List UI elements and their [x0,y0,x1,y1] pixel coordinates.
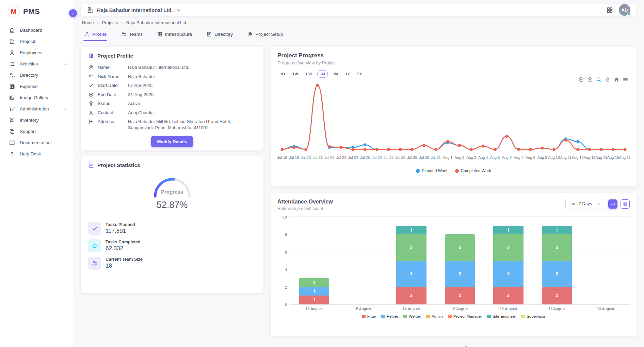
date-range-value: Last 7 Days [569,201,592,206]
bar-column[interactable]: 233 [436,217,484,304]
person-icon [84,31,90,37]
sidebar-item-label: Administration [20,106,49,111]
y-axis-label: 6 [277,250,287,254]
range-1w-button[interactable]: 1W [290,70,301,78]
sidebar-menu: Dashboard Projects Employees Activities … [0,25,73,160]
line-chart-legend: Planned WorkCompleted Work [277,168,630,173]
range-1y-button[interactable]: 1Y [342,70,352,78]
legend-item[interactable]: Welder [403,314,421,318]
bar-column[interactable] [581,217,630,304]
line-marker [364,143,367,146]
range-1m-button[interactable]: 1M [317,70,328,78]
x-axis-label: Aug 14 [595,155,607,160]
project-selector[interactable]: Raja Bahadur International Ltd. [87,6,181,13]
bar-segment: 2 [542,287,572,304]
project-progress-chart[interactable]: Jul 18Jul 19Jul 20Jul 21Jul 22Jul 23Jul … [277,80,630,168]
sidebar-item-image-gallery[interactable]: Image Gallary [0,92,73,103]
top-header-bar: Raja Bahadur International Ltd. AD [81,4,637,16]
breadcrumb-projects[interactable]: Projects [102,20,118,25]
main-area: Raja Bahadur International Ltd. AD Home … [73,0,644,347]
x-axis-label: Jul 21 [313,155,323,160]
gear-icon [247,31,253,37]
sidebar-item-expense[interactable]: Expense [0,81,73,92]
bar-column[interactable]: 111 [290,217,339,304]
sidebar-item-label: Inventory [20,118,39,123]
x-axis-label: Jul 24 [348,155,358,160]
tab-label: Project Setup [255,32,283,37]
bar-column[interactable]: 2331 [484,217,533,304]
bar-segment: 3 [445,261,475,287]
pan-icon[interactable] [605,77,611,82]
sidebar-item-dashboard[interactable]: Dashboard [0,25,73,36]
bar-segment: 3 [396,234,426,260]
archive-icon [9,106,15,112]
breadcrumb-home[interactable]: Home [82,20,94,25]
line-marker [375,148,378,151]
building-icon [9,38,15,45]
sidebar-item-directory[interactable]: Directory [0,70,73,81]
tab-label: Infrastructure [165,32,192,37]
tab-teams[interactable]: Teams [120,28,143,41]
legend-item[interactable]: Project Manager [448,314,482,318]
legend-label: Planned Work [422,168,447,173]
tab-project-setup[interactable]: Project Setup [246,28,284,41]
app-logo[interactable]: M PMS [0,0,73,22]
sidebar-item-support[interactable]: Support [0,126,73,137]
legend-label: Fitter [367,314,376,318]
legend-item[interactable]: Planned Work [416,168,447,173]
bar-segment: 1 [299,287,329,296]
chart-line-icon [88,162,94,168]
range-1d-button[interactable]: 1D [277,70,288,78]
app-name: PMS [23,7,40,16]
store-icon [9,117,15,123]
sidebar-item-activities[interactable]: Activities › [0,58,73,70]
gauge-value: 52.87% [150,200,194,210]
zoom-in-icon[interactable] [578,77,584,82]
x-axis-label: Aug 5 [490,155,500,160]
sidebar-item-employees[interactable]: Employees [0,47,73,58]
legend-item[interactable]: Helper [381,314,398,318]
zoom-out-icon[interactable] [587,77,593,82]
legend-item[interactable]: Fitter [362,314,376,318]
bar-column[interactable]: 2331 [533,217,581,304]
range-3m-button[interactable]: 3M [330,70,340,78]
legend-item[interactable]: Admin [426,314,443,318]
tab-profile[interactable]: Profile [83,28,107,41]
bar-column[interactable]: 2331 [387,217,436,304]
sidebar-collapse-button[interactable]: ‹ [69,9,77,17]
stat-tasks-completed: Tasks Completed 62,332 [88,239,256,252]
user-avatar[interactable]: AD [619,4,630,16]
sidebar-item-help-desk[interactable]: Help Desk [0,148,73,160]
sidebar-item-documentation[interactable]: Documentation [0,137,73,148]
attendance-chart[interactable]: 111233123323312331 16 August15 August14 … [277,217,630,313]
range-5y-button[interactable]: 5Y [355,70,365,78]
building-icon [88,53,94,59]
sidebar-item-label: Directory [20,73,38,78]
gridline [290,216,630,217]
table-view-button[interactable] [621,199,630,209]
sidebar-item-label: Projects [20,39,36,44]
range-15d-button[interactable]: 15D [303,70,315,78]
card-title-text: Project Statistics [97,162,140,168]
field-start-date: Start Date: 07-Apr-2025 [88,82,256,89]
bar-chart-icon [611,201,615,206]
sidebar-item-administration[interactable]: Administration › [0,103,73,115]
team-icon [92,260,98,267]
home-icon[interactable] [614,77,619,82]
selection-zoom-icon[interactable] [596,77,602,82]
tab-directory[interactable]: Directory [206,28,234,41]
sidebar-item-projects[interactable]: Projects [0,36,73,47]
bar-chart-view-button[interactable] [608,199,617,209]
legend-item[interactable]: Completed Work [455,168,491,173]
date-range-select[interactable]: Last 7 Days [565,199,605,209]
bar-segment: 3 [445,234,475,260]
legend-item[interactable]: Supervisor [521,314,545,318]
menu-icon[interactable] [623,77,628,82]
bar-segment: 1 [299,296,329,304]
apps-grid-icon[interactable] [606,6,613,14]
bar-column[interactable] [339,217,387,304]
modify-details-button[interactable]: Modify Details [151,136,193,147]
sidebar-item-inventory[interactable]: Inventory [0,115,73,126]
legend-item[interactable]: Site Engineer [487,314,516,318]
tab-infrastructure[interactable]: Infrastructure [156,28,193,41]
